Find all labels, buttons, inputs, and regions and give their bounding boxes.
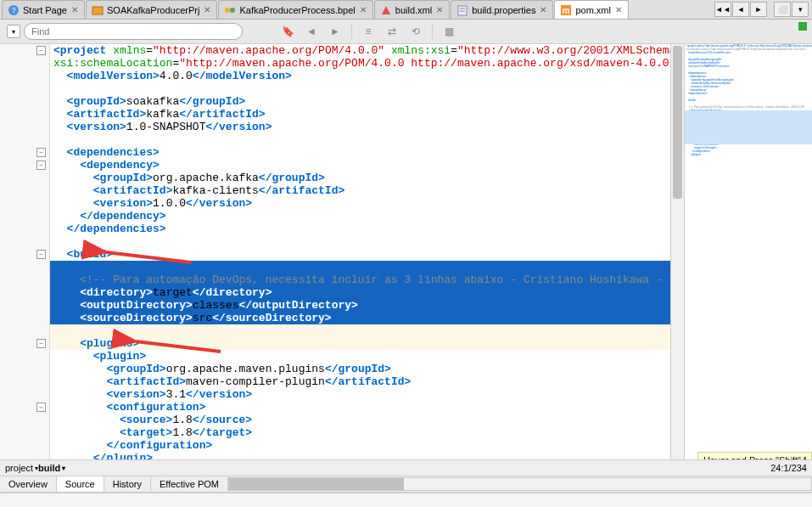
bpel-icon — [224, 4, 236, 16]
close-icon[interactable]: ✕ — [614, 6, 623, 14]
indent-icon[interactable]: ≡ — [359, 22, 378, 41]
editor-tabs: ?Start Page✕SOAKafkaProducerPrj✕KafkaPro… — [0, 0, 812, 20]
tab-label: SOAKafkaProducerPrj — [107, 5, 199, 15]
close-icon[interactable]: ✕ — [435, 6, 444, 14]
tab-pom-xml[interactable]: mpom.xml✕ — [554, 0, 629, 19]
code-line[interactable]: <configuration> — [50, 401, 670, 414]
code-line[interactable]: xsi:schemaLocation="http://maven.apache.… — [50, 57, 670, 70]
nav-button[interactable]: ⬜ — [774, 2, 791, 17]
cursor-position: 24:1/234 — [770, 463, 807, 473]
code-line[interactable]: <project xmlns="http://maven.apache.org/… — [50, 44, 670, 57]
editor-toolbar: ▾ 🔖 ◄ ► ≡ ⇄ ⟲ ▦ — [0, 20, 812, 44]
code-line[interactable]: <!-- Para automação DevOps, necessita in… — [50, 273, 670, 286]
nav-button[interactable]: ◄ — [732, 2, 749, 17]
breadcrumb: project build 24:1/234 — [0, 459, 812, 476]
tab-label: pom.xml — [575, 5, 611, 15]
ant-icon — [380, 4, 392, 16]
svg-text:m: m — [563, 6, 570, 15]
fold-toggle[interactable]: − — [36, 148, 46, 157]
tab-label: Start Page — [23, 5, 67, 15]
tab-kafkaproducerprocess-bpel[interactable]: KafkaProducerProcess.bpel✕ — [218, 0, 372, 19]
code-line[interactable]: <version>1.0-SNAPSHOT</version> — [50, 121, 670, 133]
bottom-tab-overview[interactable]: Overview — [0, 476, 57, 492]
bottom-tabs: OverviewSourceHistoryEffective POM — [0, 476, 812, 493]
project-icon — [92, 4, 104, 16]
breadcrumb-item[interactable]: project — [5, 463, 38, 473]
breadcrumb-item[interactable]: build — [38, 463, 65, 473]
props-icon — [456, 4, 468, 16]
code-line[interactable]: </plugin> — [50, 452, 670, 459]
code-line[interactable]: <version>1.0.0</version> — [50, 197, 670, 210]
tab-soakafkaproducerprj[interactable]: SOAKafkaProducerPrj✕ — [86, 0, 217, 19]
start-icon: ? — [8, 4, 20, 16]
status-square-icon — [798, 22, 807, 31]
maven-icon: m — [560, 4, 572, 16]
fold-toggle[interactable]: − — [36, 339, 46, 348]
tab-build-properties[interactable]: build.properties✕ — [451, 0, 553, 19]
code-line[interactable]: <artifactId>kafka</artifactId> — [50, 108, 670, 121]
code-line[interactable]: <groupId>org.apache.kafka</groupId> — [50, 172, 670, 184]
code-line[interactable]: <dependencies> — [50, 146, 670, 159]
code-line[interactable]: <directory>target</directory> — [50, 286, 670, 299]
code-editor[interactable]: <project xmlns="http://maven.apache.org/… — [50, 44, 670, 459]
code-line[interactable]: <modelVersion>4.0.0</modelVersion> — [50, 70, 670, 82]
code-line[interactable]: <outputDirectory>classes</outputDirector… — [50, 299, 670, 312]
scrollbar-thumb[interactable] — [673, 46, 682, 199]
code-line[interactable]: <source>1.8</source> — [50, 414, 670, 426]
search-dropdown[interactable]: ▾ — [7, 25, 20, 38]
outdent-icon[interactable]: ⇄ — [383, 22, 401, 41]
fold-toggle[interactable]: − — [36, 250, 46, 259]
tooltip-hint: Hover and Press "Shift" f — [697, 452, 812, 459]
code-line[interactable]: </dependencies> — [50, 223, 670, 235]
code-line[interactable] — [50, 235, 670, 248]
close-icon[interactable]: ✕ — [70, 6, 79, 14]
next-bookmark-icon[interactable]: ► — [326, 22, 344, 41]
code-line[interactable]: <groupId>org.apache.maven.plugins</group… — [50, 363, 670, 375]
vertical-scrollbar[interactable] — [670, 44, 684, 459]
code-line[interactable]: <groupId>soakafka</groupId> — [50, 95, 670, 108]
format-icon[interactable]: ⟲ — [406, 22, 425, 41]
code-line[interactable]: </configuration> — [50, 439, 670, 452]
nav-button[interactable]: ► — [750, 2, 767, 17]
code-line[interactable] — [50, 261, 670, 273]
svg-rect-2 — [92, 7, 103, 14]
nav-button[interactable]: ▾ — [792, 2, 809, 17]
status-bar — [0, 493, 812, 507]
search-input[interactable] — [24, 23, 243, 40]
fold-toggle[interactable]: − — [36, 46, 46, 55]
bottom-tab-history[interactable]: History — [104, 476, 151, 492]
close-icon[interactable]: ✕ — [359, 6, 367, 14]
tab-label: KafkaProducerProcess.bpel — [239, 5, 355, 15]
code-line[interactable]: </dependency> — [50, 210, 670, 223]
search-group: ▾ — [7, 23, 243, 40]
code-line[interactable]: <version>3.1</version> — [50, 388, 670, 401]
bottom-tab-source[interactable]: Source — [57, 476, 104, 492]
code-line[interactable] — [50, 133, 670, 146]
minimap[interactable]: <project xmlns="http://maven.apache.org/… — [684, 44, 812, 459]
code-line[interactable]: <plugin> — [50, 350, 670, 363]
code-line[interactable]: <artifactId>maven-compiler-plugin</artif… — [50, 375, 670, 388]
code-line[interactable] — [50, 82, 670, 95]
code-line[interactable]: <plugins> — [50, 337, 670, 350]
code-line[interactable]: <build> — [50, 248, 670, 261]
tab-build-xml[interactable]: build.xml✕ — [374, 0, 450, 19]
code-line[interactable]: <sourceDirectory>src</sourceDirectory> — [50, 312, 670, 324]
prev-bookmark-icon[interactable]: ◄ — [302, 22, 321, 41]
nav-button[interactable]: ◄◄ — [714, 2, 731, 17]
code-line[interactable]: <dependency> — [50, 159, 670, 172]
fold-toggle[interactable]: − — [36, 403, 46, 412]
bookmark-icon[interactable]: 🔖 — [278, 22, 297, 41]
close-icon[interactable]: ✕ — [539, 6, 547, 14]
code-line[interactable]: <target>1.8</target> — [50, 426, 670, 439]
fold-toggle[interactable]: − — [36, 161, 46, 170]
bottom-tab-effective-pom[interactable]: Effective POM — [151, 476, 228, 492]
code-line[interactable]: <artifactId>kafka-clients</artifactId> — [50, 184, 670, 197]
code-line[interactable] — [50, 324, 670, 337]
nav-button-group: ◄◄◄►⬜▾ — [711, 0, 812, 19]
tab-start-page[interactable]: ?Start Page✕ — [2, 0, 85, 19]
grid-icon[interactable]: ▦ — [440, 22, 458, 41]
horizontal-scrollbar[interactable] — [228, 476, 812, 492]
close-icon[interactable]: ✕ — [203, 6, 211, 14]
svg-point-3 — [225, 8, 230, 13]
tab-label: build.xml — [395, 5, 432, 15]
